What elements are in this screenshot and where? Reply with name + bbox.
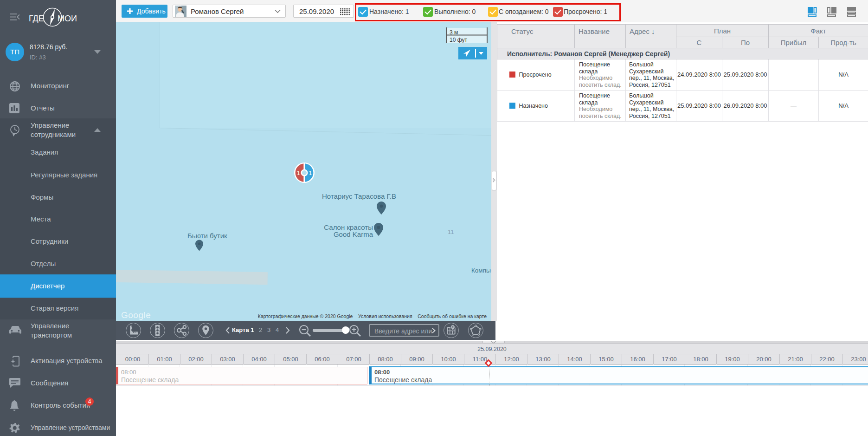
svg-text:1: 1	[309, 169, 312, 176]
svg-text:1: 1	[296, 169, 300, 176]
